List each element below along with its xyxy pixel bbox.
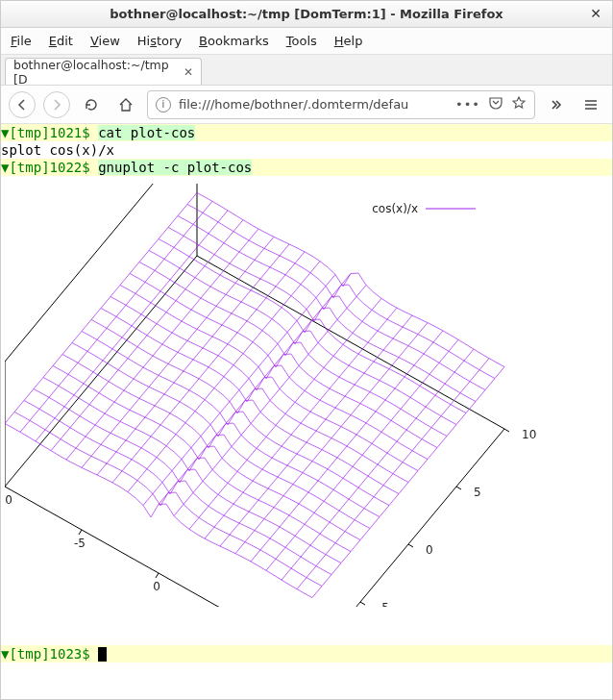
url-bar[interactable]: i file:///home/bothner/.domterm/defau ••… [147, 90, 535, 119]
svg-text:0: 0 [153, 580, 160, 593]
home-button[interactable] [112, 91, 139, 118]
back-button[interactable] [9, 91, 36, 118]
legend-label: cos(x)/x [372, 202, 418, 215]
menu-bookmarks[interactable]: Bookmarks [199, 34, 269, 48]
svg-line-45 [5, 256, 197, 487]
prompt-line-1: ▼[tmp]1021$ cat plot-cos [1, 124, 612, 141]
forward-button[interactable] [43, 91, 70, 118]
tab-label: bothner@localhost:~/tmp [D [13, 58, 178, 87]
surface-plot: cos(x)/x -10-8-6-4-20246810 -10-50510 -1… [5, 184, 543, 607]
menu-tools[interactable]: Tools [286, 34, 317, 48]
arrow-right-icon [50, 98, 63, 112]
y-axis: -10-50510 [312, 428, 536, 607]
reload-button[interactable] [78, 91, 105, 118]
window-title: bothner@localhost:~/tmp [DomTerm:1] - Mo… [110, 7, 503, 21]
svg-line-34 [360, 602, 365, 605]
svg-line-38 [456, 487, 461, 489]
page-actions-icon[interactable]: ••• [455, 97, 480, 112]
svg-text:0: 0 [426, 543, 433, 557]
menu-history[interactable]: History [137, 34, 182, 48]
menu-button[interactable] [577, 91, 604, 118]
window-titlebar: bothner@localhost:~/tmp [DomTerm:1] - Mo… [1, 1, 612, 28]
site-info-icon[interactable]: i [156, 97, 171, 112]
terminal-area[interactable]: ▼[tmp]1021$ cat plot-cos splot cos(x)/x … [1, 124, 612, 700]
svg-line-26 [156, 573, 159, 578]
tab-strip: bothner@localhost:~/tmp [D ✕ [1, 55, 612, 86]
chevrons-right-icon [549, 97, 564, 112]
window-close-button[interactable]: ✕ [587, 5, 604, 22]
svg-line-24 [79, 530, 82, 535]
blank-line [1, 628, 612, 645]
svg-text:10: 10 [522, 428, 536, 441]
hamburger-icon [583, 97, 599, 112]
pocket-icon[interactable] [488, 95, 503, 113]
output-line-1: splot cos(x)/x [1, 141, 612, 159]
menubar: File Edit View History Bookmarks Tools H… [1, 28, 612, 55]
tab-close-icon[interactable]: ✕ [184, 65, 193, 79]
menu-help[interactable]: Help [334, 34, 363, 48]
svg-text:5: 5 [474, 486, 481, 499]
svg-line-36 [408, 544, 413, 547]
menu-view[interactable]: View [90, 34, 120, 48]
svg-text:-5: -5 [378, 601, 389, 607]
plot-output: cos(x)/x -10-8-6-4-20246810 -10-50510 -1… [1, 176, 612, 611]
home-icon [118, 97, 134, 112]
svg-text:-5: -5 [74, 537, 86, 550]
overflow-button[interactable] [543, 91, 570, 118]
menu-file[interactable]: File [11, 34, 32, 48]
reload-icon [84, 97, 99, 112]
svg-line-40 [504, 429, 509, 432]
menu-edit[interactable]: Edit [49, 34, 73, 48]
svg-text:-10: -10 [5, 493, 12, 507]
bookmark-star-icon[interactable] [511, 95, 527, 113]
arrow-left-icon [15, 98, 29, 112]
navbar: i file:///home/bothner/.domterm/defau ••… [1, 86, 612, 124]
terminal-cursor [98, 647, 107, 662]
url-text: file:///home/bothner/.domterm/defau [179, 97, 448, 112]
prompt-line-2: ▼[tmp]1022$ gnuplot -c plot-cos [1, 159, 612, 176]
browser-tab[interactable]: bothner@localhost:~/tmp [D ✕ [5, 58, 202, 85]
prompt-line-3: ▼[tmp]1023$ [1, 645, 612, 662]
blank-line [1, 611, 612, 628]
